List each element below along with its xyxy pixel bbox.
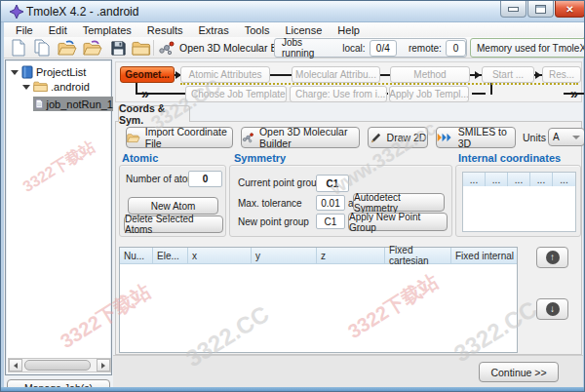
maximize-button[interactable] [527,1,554,18]
internal-table-header: ... ... ... ... ... [463,173,575,186]
chevron-down-icon [385,93,387,97]
charge-dropdown[interactable]: Charge: Use from i... [290,86,387,102]
remote-jobs-field[interactable]: 0 [446,40,466,57]
open-3d-builder-label: Open 3D Molecular Builder [259,126,359,149]
column-header-fixed-internal[interactable]: Fixed internal [451,248,517,263]
coordinates-table[interactable]: Nu... Ele... x y z Fixed cartesian Fixed… [119,247,518,353]
chevron-right-icon: » [141,87,148,100]
column-header-number[interactable]: Nu... [120,248,153,263]
autodetect-symmetry-button[interactable]: Autodetect Symmetry [353,193,445,212]
menu-help[interactable]: Help [330,24,368,36]
number-of-atoms-field: 0 [188,171,222,187]
project-tree: ProjectList .android job_notRun_1 [5,59,112,375]
open-folder-purple-icon [83,40,102,57]
continue-button[interactable]: Continue >> [479,362,559,382]
menu-file[interactable]: File [8,24,41,36]
scroll-left-icon[interactable] [9,359,22,372]
coordinates-table-header: Nu... Ele... x y z Fixed cartesian Fixed… [120,248,517,264]
new-point-group-field[interactable]: C1 [316,214,345,229]
save-button[interactable] [107,38,129,58]
continue-label: Continue >> [490,367,546,378]
minimize-button[interactable] [500,1,526,18]
smiles-to-3d-button[interactable]: SMILES to 3D [436,127,516,148]
workflow-panel: » » Geomet... Atomic Attributes Molecula… [115,61,582,102]
menu-results[interactable]: Results [139,24,191,36]
project-list-icon [21,65,33,79]
expander-icon[interactable] [22,85,30,90]
internal-column-header[interactable]: ... [463,173,486,186]
column-header-fixed-cartesian[interactable]: Fixed cartesian [385,248,451,263]
new-point-group-label: New point group [238,216,309,227]
tree-item-label: .android [51,81,90,93]
tree-item-projectlist[interactable]: ProjectList [11,65,86,79]
title-bar[interactable]: TmoleX 4.2 - .android ✕ [1,1,584,22]
scroll-right-icon[interactable] [97,359,110,372]
menu-extras[interactable]: Extras [191,24,237,36]
memory-label: Memory used for TmoleX: [477,43,585,54]
max-tolerance-label: Max. tolerance [238,198,302,209]
draw-2d-button[interactable]: Draw 2D [368,127,428,148]
remote-label: remote: [409,43,442,54]
workflow-step-start[interactable]: Start ... [482,66,534,83]
open-folder-icon [127,132,140,144]
local-jobs-field[interactable]: 0/4 [370,40,397,57]
workflow-step-molecular[interactable]: Molecular Attribu... [292,66,380,83]
window-bottom-border [1,387,585,392]
toolbar: Open 3D Molecular Builder Jobs running l… [4,37,583,59]
workflow-step-method[interactable]: Method [390,66,470,83]
menu-license[interactable]: License [277,24,330,36]
close-button[interactable]: ✕ [555,1,585,18]
tree-item-project[interactable]: .android [22,81,90,93]
scrollbar-thumb[interactable] [24,360,91,371]
tab-label: Coords & Sym. [119,102,189,126]
column-header-z[interactable]: z [317,248,385,263]
internal-coordinates-header: Internal coordinates [458,152,561,164]
new-atom-button[interactable]: New Atom [128,197,218,215]
max-tolerance-field[interactable]: 0.01 [316,195,345,211]
new-project-button[interactable] [8,38,29,58]
open-3d-builder-button[interactable]: Open 3D Molecular Builder [241,127,360,148]
open-folder-button[interactable] [131,38,152,58]
move-row-down-button[interactable]: ↓ [536,298,568,320]
chevron-down-icon [286,93,287,97]
chevron-right-icon: » [570,87,577,100]
expander-icon[interactable] [11,70,19,75]
workflow-step-atomic[interactable]: Atomic Attributes [180,66,270,83]
workflow-step-results[interactable]: Res... [542,66,581,83]
choose-job-template-dropdown[interactable]: Choose Job Template [185,86,287,102]
app-icon [9,4,24,20]
save-icon [110,40,127,57]
internal-column-header[interactable]: ... [553,173,575,186]
menu-tools[interactable]: Tools [237,24,278,36]
column-header-element[interactable]: Ele... [153,248,188,263]
internal-column-header[interactable]: ... [486,173,508,186]
menu-templates[interactable]: Templates [75,24,139,36]
internal-column-header[interactable]: ... [508,173,530,186]
memory-group: Memory used for TmoleX: 6 [470,38,585,58]
delete-selected-atoms-button[interactable]: Delete Selected Atoms [124,216,223,233]
workflow-step-geometry[interactable]: Geomet... [120,66,175,83]
open-job-button[interactable] [82,38,103,58]
column-header-x[interactable]: x [188,248,252,263]
open-project-button[interactable] [57,38,78,58]
minimize-icon [508,7,519,12]
apply-new-point-group-button[interactable]: Apply New Point Group [348,213,448,231]
arrow-right-icon [535,71,541,79]
smiles-to-3d-label: SMILES to 3D [458,126,515,149]
internal-coordinates-group: ... ... ... ... ... [455,165,581,237]
units-dropdown[interactable]: A [548,128,585,146]
pencil-icon [370,132,382,144]
apply-job-template-button[interactable]: Apply Job Templ... [389,86,469,102]
internal-coordinates-table: ... ... ... ... ... [462,172,576,232]
move-row-up-button[interactable]: ↑ [536,247,568,268]
tree-item-label: job_notRun_1 [46,98,113,110]
tab-coords-sym[interactable]: Coords & Sym. [118,105,190,122]
internal-column-header[interactable]: ... [530,173,553,186]
tree-horizontal-scrollbar[interactable] [8,358,111,372]
coordinates-table-body[interactable] [120,264,517,352]
column-header-y[interactable]: y [252,248,317,263]
import-coordinate-file-button[interactable]: Import Coordinate File [126,127,233,148]
tree-item-job-selected[interactable]: job_notRun_1 [33,97,113,111]
copy-button[interactable] [31,38,53,58]
menu-edit[interactable]: Edit [41,24,75,36]
